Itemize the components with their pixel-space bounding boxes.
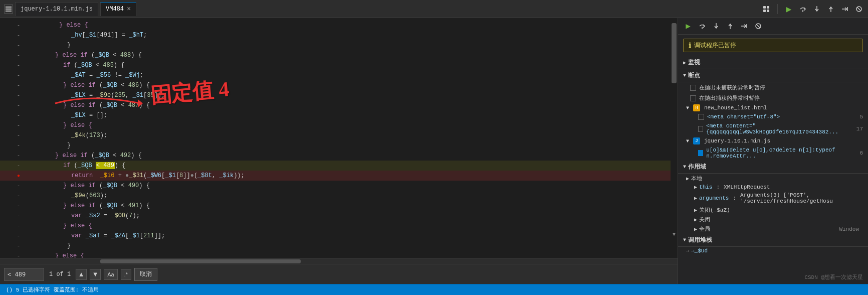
line-code: } else {: [29, 122, 674, 129]
line-code: }: [29, 42, 674, 49]
resume-debug-icon[interactable]: ▶: [683, 21, 693, 31]
file2-icon: J: [693, 137, 700, 144]
tab-jquery[interactable]: jquery-1.10.1.min.js: [15, 2, 98, 16]
scroll-down-arrow[interactable]: ▼: [671, 231, 678, 238]
horizontal-scrollbar[interactable]: [0, 258, 678, 264]
resume-icon[interactable]: ▶: [784, 4, 794, 14]
file2-item1-checkbox[interactable]: [698, 150, 703, 156]
callstack-item-1[interactable]: → →_$Ud: [678, 247, 868, 255]
search-input[interactable]: [8, 271, 38, 278]
code-line: - }: [0, 241, 678, 251]
code-line: - }: [0, 40, 678, 50]
line-arrow: -: [14, 83, 23, 88]
line-code: var _$aT = _$ZA[_$1[211]];: [29, 232, 674, 239]
close2-expand-icon: ▶: [694, 217, 697, 223]
code-line: - } else {: [0, 20, 678, 30]
code-line: - } else if (_$QB < 487) {: [0, 100, 678, 110]
callstack-section-header[interactable]: ▼ 调用堆栈: [678, 234, 868, 247]
svg-line-13: [857, 7, 861, 11]
line-arrow: -: [14, 103, 23, 108]
catch-caught-checkbox[interactable]: [690, 95, 696, 101]
watch-label: 监视: [688, 58, 700, 67]
search-count: 1 of 1: [49, 271, 71, 278]
line-code: } else if (_$QB < 491) {: [29, 202, 674, 209]
code-line: - if (_$QB < 485) {: [0, 60, 678, 70]
line-arrow: -: [14, 113, 23, 118]
scope-global[interactable]: ▶ 全局 Window: [678, 224, 868, 234]
file1-item2-checkbox[interactable]: [698, 126, 703, 132]
breakpoint-file-2[interactable]: ▼ J jquery-1.10.1.min.js: [678, 136, 868, 145]
line-arrow: -: [14, 93, 23, 98]
line-code: _$4k(173);: [29, 132, 674, 139]
line-code: if (_$QB < 485) {: [29, 62, 674, 69]
catch-uncaught-row[interactable]: 在抛出未捕获的异常时暂停: [678, 82, 868, 93]
svg-line-21: [756, 24, 760, 28]
expand-panel-icon[interactable]: [761, 4, 771, 14]
catch-uncaught-checkbox[interactable]: [690, 85, 696, 91]
code-panel[interactable]: - } else { - _hv[_$1[491]] = _$hT;: [0, 18, 678, 264]
search-cancel-button[interactable]: 取消: [134, 268, 157, 281]
step-out-icon[interactable]: [826, 4, 836, 14]
breakpoint-file1-item1[interactable]: <meta charset="utf-8"> 5: [678, 112, 868, 121]
status-text: () 5 已选择字符 覆盖范围: 不适用: [6, 286, 99, 293]
search-input-wrap[interactable]: [4, 268, 44, 281]
scope-arguments[interactable]: ▶ arguments : Arguments(3) ['POST', '/se…: [678, 191, 868, 205]
arguments-key: arguments: [699, 195, 729, 201]
line-arrow: -: [14, 143, 23, 149]
debug-toolbar: ▶: [761, 4, 864, 14]
line-arrow: -: [14, 163, 23, 169]
step-over-debug-icon[interactable]: [697, 21, 707, 31]
breakpoint-file1-item2[interactable]: <meta content="{qqqqqqqqqlwSw3kHogDdfe16…: [678, 121, 868, 136]
breakpoints-arrow-icon: ▼: [683, 73, 686, 78]
step-next-debug-icon[interactable]: [739, 21, 749, 31]
code-content[interactable]: - } else { - _hv[_$1[491]] = _$hT;: [0, 18, 678, 258]
match-case-button[interactable]: Aa: [104, 269, 117, 280]
step-over-icon[interactable]: [798, 4, 808, 14]
line-arrow: -: [14, 193, 23, 199]
svg-rect-0: [6, 7, 12, 8]
catch-caught-label: 在抛出捕获的异常时暂停: [699, 94, 760, 102]
scrollbar-thumb-v[interactable]: [672, 23, 677, 83]
scope-close1[interactable]: ▶ 关闭(_$aZ): [678, 205, 868, 215]
catch-caught-row[interactable]: 在抛出捕获的异常时暂停: [678, 93, 868, 103]
file1-item1-line: 5: [859, 114, 863, 120]
search-next-button[interactable]: ▼: [90, 269, 101, 280]
svg-rect-3: [763, 6, 766, 9]
breakpoints-section-header[interactable]: ▼ 断点: [678, 69, 868, 82]
scope-this[interactable]: ▶ this : XMLHttpRequest: [678, 183, 868, 191]
deactivate-breakpoints-icon[interactable]: [854, 4, 864, 14]
step-next-icon[interactable]: [840, 4, 850, 14]
file1-arrow-icon: ▼: [686, 105, 689, 111]
scrollbar-thumb-h[interactable]: [100, 259, 301, 263]
breakpoint-file-1[interactable]: ▼ H new_house_list.html: [678, 103, 868, 112]
code-line: - var _$aT = _$ZA[_$1[211]];: [0, 231, 678, 241]
file1-item1-checkbox[interactable]: [698, 114, 704, 120]
step-out-debug-icon[interactable]: [725, 21, 735, 31]
step-into-icon[interactable]: [812, 4, 822, 14]
watch-section-header[interactable]: ▶ 监视: [678, 56, 868, 69]
search-prev-button[interactable]: ▲: [76, 269, 87, 280]
local-scope-header[interactable]: ▶ 本地: [678, 174, 868, 183]
scope-close2[interactable]: ▶ 关闭: [678, 215, 868, 224]
regex-button[interactable]: .*: [121, 269, 131, 280]
code-line: - _$LX = [];: [0, 110, 678, 120]
tab-jquery-label: jquery-1.10.1.min.js: [21, 6, 93, 13]
panel-toggle-icon[interactable]: [4, 5, 13, 14]
line-arrow: -: [14, 123, 23, 128]
tab-vm484-close-icon[interactable]: ×: [127, 6, 131, 13]
step-into-debug-icon[interactable]: [711, 21, 721, 31]
code-line-489: - if (_$QB < 489) {: [0, 161, 678, 171]
line-code: if (_$QB < 489) {: [29, 162, 674, 169]
deactivate-debug-icon[interactable]: [753, 21, 763, 31]
debug-status-badge: ℹ 调试程序已暂停: [683, 39, 863, 52]
file1-item2-line: 17: [856, 126, 863, 132]
breakpoint-file2-item1[interactable]: u[o]&&(delete u[o],c?delete n[1]:typeof …: [678, 145, 868, 161]
line-arrow: -: [14, 133, 23, 138]
tab-vm484[interactable]: VM484 ×: [100, 2, 136, 16]
code-lines: - } else { - _hv[_$1[491]] = _$hT;: [0, 18, 678, 258]
svg-rect-4: [767, 6, 769, 9]
vertical-scrollbar[interactable]: ▼: [671, 18, 678, 238]
code-line: - } else {: [0, 221, 678, 231]
file1-item2-text: <meta content="{qqqqqqqqqlwSw3kHogDdfe16…: [706, 123, 853, 135]
scope-section-header[interactable]: ▼ 作用域: [678, 161, 868, 174]
